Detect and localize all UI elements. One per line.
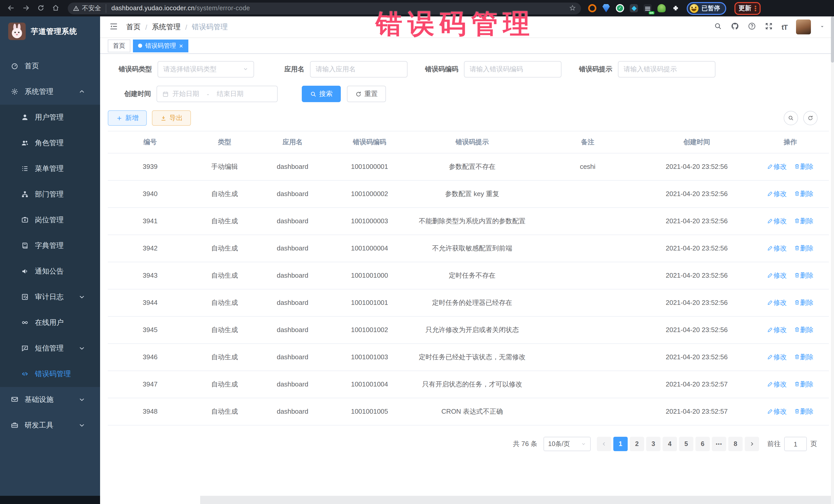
create-time-range-picker[interactable]: 开始日期 - 结束日期	[156, 86, 278, 102]
reload-icon[interactable]	[37, 4, 45, 13]
error-type-select[interactable]: 请选择错误码类型	[158, 61, 254, 78]
delete-link[interactable]: 删除	[794, 326, 813, 334]
search-button[interactable]: 搜索	[302, 86, 341, 102]
cell-time: 2021-04-20 23:52:56	[641, 262, 752, 289]
menu-item[interactable]: 部门管理	[0, 182, 100, 207]
page-button-8[interactable]: 8	[728, 437, 743, 451]
menu-item[interactable]: 岗位管理	[0, 207, 100, 233]
home-icon[interactable]	[52, 4, 60, 13]
edit-link[interactable]: 修改	[767, 163, 787, 170]
menu-item[interactable]: 角色管理	[0, 130, 100, 156]
extension-blue-pin-icon[interactable]	[602, 4, 610, 12]
add-button[interactable]: 新增	[108, 110, 147, 126]
cell-actions: 修改删除	[752, 344, 829, 371]
edit-link[interactable]: 修改	[767, 271, 787, 279]
menu-item[interactable]: 研发工具	[0, 413, 100, 438]
delete-link[interactable]: 删除	[794, 353, 813, 361]
breadcrumb-home[interactable]: 首页	[126, 22, 140, 31]
page-button-6[interactable]: 6	[696, 437, 710, 451]
browser-update-button[interactable]: 更新 •••	[734, 2, 761, 15]
breadcrumb-system[interactable]: 系统管理	[152, 22, 181, 31]
menu-item[interactable]: 系统管理	[0, 79, 100, 105]
edit-link[interactable]: 修改	[767, 190, 787, 198]
menu-list-icon	[21, 165, 35, 173]
search-icon[interactable]	[714, 22, 722, 31]
delete-link[interactable]: 删除	[794, 271, 813, 279]
delete-link[interactable]: 删除	[794, 190, 813, 198]
page-button-1[interactable]: 1	[613, 437, 628, 451]
star-icon[interactable]	[569, 4, 576, 12]
menu-item[interactable]: 首页	[0, 53, 100, 79]
column-header: 错误码编码	[328, 131, 411, 153]
caret-down-icon[interactable]	[820, 24, 825, 30]
prev-page-button[interactable]	[597, 437, 611, 451]
edit-link[interactable]: 修改	[767, 299, 787, 306]
tab-error-code[interactable]: 错误码管理	[133, 39, 188, 52]
help-icon[interactable]	[748, 22, 756, 31]
fullscreen-icon[interactable]	[765, 22, 773, 31]
edit-link[interactable]: 修改	[767, 380, 787, 388]
menu-item[interactable]: 基础设施	[0, 387, 100, 413]
github-icon[interactable]	[731, 22, 739, 31]
edit-link[interactable]: 修改	[767, 244, 787, 252]
refresh-circle-button[interactable]	[803, 111, 817, 125]
font-size-icon[interactable]: tT	[782, 23, 787, 31]
security-label: 不安全	[82, 4, 101, 13]
next-page-button[interactable]	[745, 437, 759, 451]
edit-pencil-icon	[767, 271, 773, 279]
page-button-5[interactable]: 5	[679, 437, 694, 451]
export-button[interactable]: 导出	[152, 110, 191, 126]
menu-item[interactable]: 错误码管理	[0, 361, 100, 387]
app-logo-row[interactable]: 芋道管理系统	[0, 17, 100, 46]
browser-menu-kebab-icon[interactable]: •••	[754, 5, 756, 11]
trash-icon	[794, 408, 800, 415]
user-avatar[interactable]	[796, 20, 811, 35]
security-warning[interactable]: 不安全	[73, 4, 106, 13]
delete-link[interactable]: 删除	[794, 163, 813, 170]
edit-link[interactable]: 修改	[767, 326, 787, 334]
extension-list-on-icon[interactable]: on	[643, 4, 652, 12]
extension-orange-ring-icon[interactable]	[588, 4, 596, 12]
tab-close-icon[interactable]	[179, 42, 183, 49]
extension-green-key-icon[interactable]	[657, 4, 666, 12]
more-pages-button[interactable]: •••	[712, 437, 726, 451]
cell-actions: 修改删除	[752, 262, 829, 289]
menu-item[interactable]: 菜单管理	[0, 156, 100, 182]
edit-link[interactable]: 修改	[767, 217, 787, 225]
app-name-input[interactable]: 请输入应用名	[310, 61, 408, 78]
edit-link[interactable]: 修改	[767, 353, 787, 361]
menu-item[interactable]: 字典管理	[0, 233, 100, 259]
online-users-icon	[21, 319, 35, 327]
menu-item[interactable]: 用户管理	[0, 105, 100, 130]
browser-extensions: ✓ on	[588, 4, 680, 12]
menu-item[interactable]: 在线用户	[0, 310, 100, 336]
delete-link[interactable]: 删除	[794, 244, 813, 252]
page-button-4[interactable]: 4	[663, 437, 677, 451]
delete-link[interactable]: 删除	[794, 299, 813, 306]
tab-home[interactable]: 首页	[108, 39, 130, 52]
error-hint-input[interactable]: 请输入错误码提示	[618, 61, 716, 78]
page-button-2[interactable]: 2	[630, 437, 644, 451]
delete-link[interactable]: 删除	[794, 217, 813, 225]
page-size-select[interactable]: 10条/页	[544, 437, 591, 451]
forward-icon[interactable]	[22, 4, 30, 13]
page-button-3[interactable]: 3	[646, 437, 660, 451]
goto-page-input[interactable]: 1	[784, 437, 807, 451]
back-icon[interactable]	[7, 4, 15, 13]
menu-item[interactable]: 审计日志	[0, 284, 100, 310]
cell-id: 3941	[108, 207, 193, 235]
extension-paused-pill[interactable]: 已暂停	[687, 2, 726, 15]
hamburger-icon[interactable]	[109, 22, 118, 32]
delete-link[interactable]: 删除	[794, 380, 813, 388]
menu-item[interactable]: 短信管理	[0, 336, 100, 361]
delete-link[interactable]: 删除	[794, 408, 813, 415]
window-scrollbar[interactable]	[831, 17, 834, 504]
search-circle-button[interactable]	[784, 111, 798, 125]
edit-link[interactable]: 修改	[767, 408, 787, 415]
extensions-puzzle-icon[interactable]	[671, 4, 680, 12]
extension-diamond-icon[interactable]	[630, 4, 638, 12]
extension-green-check-icon[interactable]: ✓	[616, 4, 624, 12]
reset-button[interactable]: 重置	[347, 86, 386, 102]
error-code-input[interactable]: 请输入错误码编码	[464, 61, 562, 78]
menu-item[interactable]: 通知公告	[0, 259, 100, 284]
